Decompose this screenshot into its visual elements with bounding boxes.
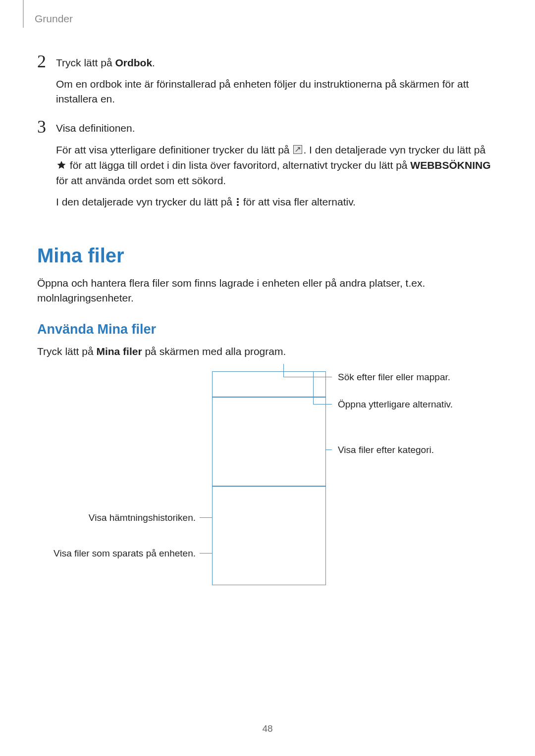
step-number: 2 xyxy=(37,52,56,113)
step-2: 2 Tryck lätt på Ordbok. Om en ordbok int… xyxy=(37,52,498,113)
header-tab: Grunder xyxy=(23,0,73,28)
step-2-line-1: Tryck lätt på Ordbok. xyxy=(56,55,498,70)
page-number: 48 xyxy=(0,723,535,734)
step-3-para-a: För att visa ytterligare definitioner tr… xyxy=(56,143,498,188)
svg-point-3 xyxy=(237,204,239,206)
subsection-text: Tryck lätt på Mina filer på skärmen med … xyxy=(37,344,498,358)
callout-categories: Visa filer efter kategori. xyxy=(338,445,434,455)
diagram-box-storage xyxy=(212,486,326,585)
header-text: Grunder xyxy=(35,13,73,25)
subsection-heading: Använda Mina filer xyxy=(37,322,498,337)
callout-search: Sök efter filer eller mappar. xyxy=(338,372,450,383)
diagram-box-header xyxy=(212,371,326,397)
section-intro: Öppna och hantera flera filer som finns … xyxy=(37,276,498,305)
callout-local-storage: Visa filer som sparats på enheten. xyxy=(52,548,196,559)
step-3: 3 Visa definitionen. För att visa ytterl… xyxy=(37,118,498,217)
svg-point-2 xyxy=(237,201,239,203)
more-icon xyxy=(236,196,239,210)
star-icon xyxy=(57,158,66,173)
section-heading: Mina filer xyxy=(37,245,498,267)
step-body: Tryck lätt på Ordbok. Om en ordbok inte … xyxy=(56,52,498,113)
callout-more-options: Öppna ytterligare alternativ. xyxy=(338,399,453,410)
callout-diagram: Sök efter filer eller mappar. Öppna ytte… xyxy=(37,369,498,602)
step-number: 3 xyxy=(37,118,56,217)
step-2-line-2: Om en ordbok inte är förinstallerad på e… xyxy=(56,77,498,106)
diagram-box-categories xyxy=(212,397,326,486)
step-body: Visa definitionen. För att visa ytterlig… xyxy=(56,118,498,217)
callout-downloads: Visa hämtningshistoriken. xyxy=(88,512,196,523)
svg-point-1 xyxy=(237,198,239,200)
step-3-para-b: I den detaljerade vyn trycker du lätt på… xyxy=(56,195,498,210)
step-3-line-1: Visa definitionen. xyxy=(56,121,498,135)
expand-icon xyxy=(293,143,302,157)
